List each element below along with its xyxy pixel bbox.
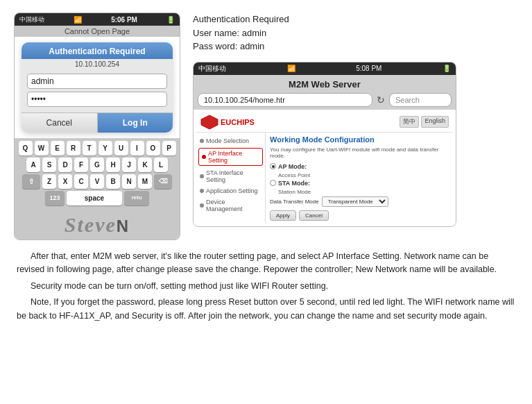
data-transfer-label: Data Transfer Mode bbox=[270, 199, 319, 205]
web-content-main: Working Mode Configuration You may confi… bbox=[266, 133, 453, 224]
wm-title: Working Mode Configuration bbox=[270, 135, 449, 144]
sta-mode-radio[interactable] bbox=[270, 180, 276, 186]
key-r[interactable]: R bbox=[67, 141, 80, 155]
right-battery-icon: 🔋 bbox=[443, 65, 451, 72]
key-f[interactable]: F bbox=[74, 158, 88, 172]
right-time: 5:08 PM bbox=[356, 65, 381, 72]
web-header: EUCHIPS 简中 English bbox=[196, 112, 453, 133]
key-n[interactable]: N bbox=[122, 174, 136, 189]
key-b[interactable]: B bbox=[106, 174, 120, 189]
web-content: EUCHIPS 简中 English Mode Selection bbox=[194, 110, 456, 226]
key-o[interactable]: O bbox=[146, 141, 160, 155]
auth-dialog: Authentication Required 10.10.100.254 ad… bbox=[22, 42, 173, 133]
auth-text-line2: User name: admin bbox=[193, 26, 518, 40]
left-battery-icon: 🔋 bbox=[166, 16, 175, 24]
sidebar-item-app-setting[interactable]: Application Setting bbox=[196, 185, 265, 196]
apply-button[interactable]: Apply bbox=[270, 210, 296, 221]
radio-sta-mode: STA Mode: Station Mode bbox=[270, 180, 449, 195]
key-num[interactable]: 123 bbox=[45, 191, 65, 205]
content-cancel-button[interactable]: Cancel bbox=[299, 210, 329, 221]
sidebar-item-sta-interface[interactable]: STA Interface Setting bbox=[196, 167, 265, 185]
url-bar[interactable]: 10.10.100.254/home.htr bbox=[198, 93, 372, 107]
key-y[interactable]: Y bbox=[98, 141, 112, 155]
delete-key[interactable]: ⌫ bbox=[154, 174, 172, 189]
sta-interface-label: STA Interface Setting bbox=[206, 169, 261, 183]
action-btns: Apply Cancel bbox=[270, 210, 449, 221]
bottom-hint: SteveN bbox=[15, 210, 180, 239]
left-wifi-icon: 📶 bbox=[74, 16, 82, 24]
browser-title: M2M Web Server bbox=[198, 78, 452, 91]
key-u[interactable]: U bbox=[114, 141, 128, 155]
key-t[interactable]: T bbox=[83, 141, 96, 155]
cancel-button[interactable]: Cancel bbox=[22, 113, 98, 133]
euchips-hex-icon bbox=[200, 115, 218, 130]
key-v[interactable]: V bbox=[90, 174, 104, 189]
key-s[interactable]: S bbox=[42, 158, 56, 172]
key-m[interactable]: M bbox=[138, 174, 152, 189]
search-bar[interactable]: Search bbox=[389, 93, 452, 107]
username-input[interactable]: admin bbox=[27, 74, 167, 89]
space-key[interactable]: space bbox=[67, 191, 122, 205]
return-key[interactable]: retu bbox=[124, 191, 149, 205]
bottom-para1: After that, enter M2M web server, it's l… bbox=[17, 250, 515, 277]
ap-interface-label: AP Interface Setting bbox=[208, 150, 259, 164]
phone-right: 中国移动 📶 5:08 PM 🔋 M2M Web Server 10.10.10… bbox=[193, 62, 456, 227]
key-d[interactable]: D bbox=[58, 158, 72, 172]
key-c[interactable]: C bbox=[74, 174, 88, 189]
key-x[interactable]: X bbox=[58, 174, 72, 189]
right-wifi-icon: 📶 bbox=[287, 65, 295, 72]
keyboard-row-2: A S D F G H J K L bbox=[16, 158, 178, 172]
lang-btn-cn[interactable]: 简中 bbox=[400, 116, 419, 128]
shift-key[interactable]: ⇧ bbox=[22, 174, 40, 189]
key-z[interactable]: Z bbox=[42, 174, 56, 189]
sidebar-item-ap-interface[interactable]: AP Interface Setting bbox=[198, 148, 263, 166]
login-button[interactable]: Log In bbox=[98, 113, 173, 133]
sta-mode-value: Station Mode bbox=[278, 189, 449, 195]
password-input[interactable]: ••••• bbox=[27, 92, 167, 107]
ap-mode-value: Access Point bbox=[278, 172, 449, 178]
web-sidebar: Mode Selection AP Interface Setting STA … bbox=[196, 133, 266, 224]
browser-bar: M2M Web Server 10.10.100.254/home.htr ↻ … bbox=[194, 75, 456, 110]
ap-mode-label: AP Mode: bbox=[270, 163, 449, 170]
lang-btn-en[interactable]: English bbox=[421, 116, 449, 128]
key-j[interactable]: J bbox=[122, 158, 136, 172]
bottom-text: After that, enter M2M web server, it's l… bbox=[14, 250, 518, 323]
key-l[interactable]: L bbox=[154, 158, 168, 172]
key-e[interactable]: E bbox=[51, 141, 65, 155]
data-transfer-select[interactable]: Transparent Mode bbox=[322, 196, 388, 207]
refresh-button[interactable]: ↻ bbox=[375, 94, 386, 106]
sta-interface-bullet bbox=[200, 174, 204, 178]
ap-interface-bullet bbox=[202, 155, 206, 159]
key-k[interactable]: K bbox=[138, 158, 152, 172]
radio-ap-mode: AP Mode: Access Point bbox=[270, 163, 449, 178]
ap-mode-radio[interactable] bbox=[270, 163, 276, 169]
euchips-logo: EUCHIPS bbox=[200, 115, 255, 130]
key-a[interactable]: A bbox=[26, 158, 40, 172]
right-side: Authentication Required User name: admin… bbox=[193, 12, 518, 227]
keyboard: Q W E R T Y U I O P A S D F G H bbox=[15, 138, 180, 210]
web-main: Mode Selection AP Interface Setting STA … bbox=[196, 133, 453, 224]
bottom-para2: Security mode can be turn on/off, settin… bbox=[17, 280, 515, 293]
key-g[interactable]: G bbox=[90, 158, 104, 172]
key-i[interactable]: I bbox=[130, 141, 144, 155]
keyboard-row-4: 123 space retu bbox=[16, 191, 178, 205]
key-w[interactable]: W bbox=[35, 141, 49, 155]
sidebar-item-mode-selection[interactable]: Mode Selection bbox=[196, 135, 265, 146]
key-h[interactable]: H bbox=[106, 158, 120, 172]
auth-buttons: Cancel Log In bbox=[22, 112, 173, 133]
left-time: 5:06 PM bbox=[111, 16, 137, 24]
device-mgmt-label: Device Management bbox=[206, 199, 261, 212]
auth-text-line3: Pass word: admin bbox=[193, 40, 518, 53]
key-p[interactable]: P bbox=[162, 141, 176, 155]
auth-dialog-fields: admin ••••• bbox=[22, 71, 173, 112]
sidebar-item-device-mgmt[interactable]: Device Management bbox=[196, 196, 265, 214]
svg-marker-0 bbox=[201, 115, 218, 129]
app-setting-bullet bbox=[200, 189, 204, 193]
right-status-bar: 中国移动 📶 5:08 PM 🔋 bbox=[194, 62, 456, 75]
left-status-bar: 中国移动 📶 5:06 PM 🔋 bbox=[15, 13, 180, 26]
key-q[interactable]: Q bbox=[19, 141, 33, 155]
auth-dialog-title: Authentication Required bbox=[22, 42, 173, 59]
images-row: 中国移动 📶 5:06 PM 🔋 Cannot Open Page Authen… bbox=[14, 12, 518, 240]
auth-dialog-ip: 10.10.100.254 bbox=[22, 59, 173, 71]
browser-url-row: 10.10.100.254/home.htr ↻ Search bbox=[198, 93, 452, 107]
